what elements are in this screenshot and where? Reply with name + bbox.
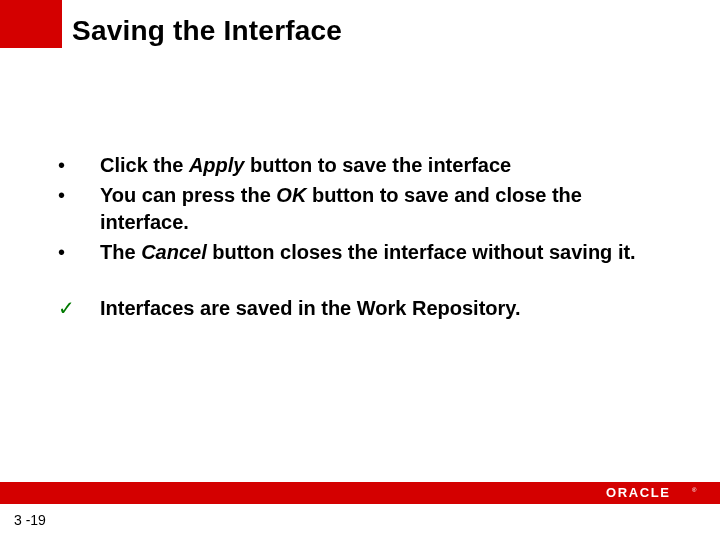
bullet-text: The Cancel button closes the interface w… [100, 239, 658, 266]
bullet-post: button closes the interface without savi… [207, 241, 636, 263]
oracle-logo-text: ORACLE [606, 486, 671, 500]
bullet-text: Click the Apply button to save the inter… [100, 152, 658, 179]
bullet-marker: • [58, 182, 100, 209]
check-text: Interfaces are saved in the Work Reposit… [100, 295, 658, 322]
slide-body: • Click the Apply button to save the int… [58, 152, 658, 325]
bullet-pre: The [100, 241, 141, 263]
bullet-em: Apply [189, 154, 245, 176]
bullet-item: • Click the Apply button to save the int… [58, 152, 658, 179]
bullet-text: You can press the OK button to save and … [100, 182, 658, 236]
footer-bar: ORACLE ® [0, 482, 720, 504]
bullet-pre: Click the [100, 154, 189, 176]
bullet-pre: You can press the [100, 184, 276, 206]
bullet-marker: • [58, 239, 100, 266]
page-number: 3 -19 [14, 512, 46, 528]
svg-text:®: ® [692, 487, 697, 493]
brand-square [0, 0, 62, 48]
check-icon: ✓ [58, 295, 100, 322]
check-item: ✓ Interfaces are saved in the Work Repos… [58, 295, 658, 322]
bullet-post: button to save the interface [244, 154, 511, 176]
bullet-em: Cancel [141, 241, 207, 263]
bullet-em: OK [276, 184, 306, 206]
oracle-logo: ORACLE ® [606, 486, 702, 500]
bullet-marker: • [58, 152, 100, 179]
bullet-item: • You can press the OK button to save an… [58, 182, 658, 236]
slide-title: Saving the Interface [72, 15, 342, 47]
bullet-item: • The Cancel button closes the interface… [58, 239, 658, 266]
slide: Saving the Interface • Click the Apply b… [0, 0, 720, 540]
